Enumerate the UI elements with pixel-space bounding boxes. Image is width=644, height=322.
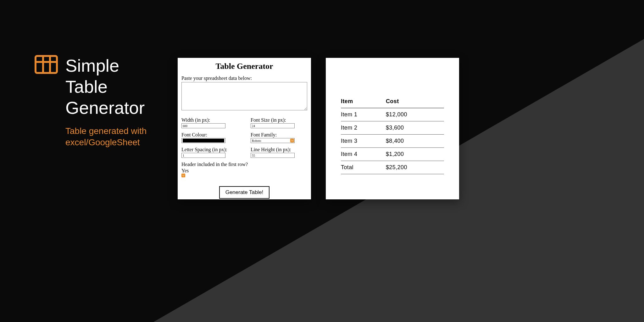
letterspacing-input[interactable]: 1 [181, 153, 225, 158]
chevron-down-icon [290, 139, 294, 142]
fontsize-input[interactable]: 24 [251, 123, 295, 128]
hero-subtitle: Table generated with excel/GoogleSheet [65, 125, 147, 148]
output-panel: Item Cost Item 1 $12,000 Item 2 $3,600 I… [326, 58, 459, 199]
paste-label: Paste your spreadsheet data below: [181, 75, 307, 81]
lineheight-label: Line Height (in px): [251, 147, 307, 153]
table-header: Cost [386, 97, 444, 108]
table-row: Item 3 $8,400 [341, 135, 444, 148]
fontfamily-select[interactable]: Roboto [251, 138, 295, 143]
table-row: Item 1 $12,000 [341, 108, 444, 121]
hero-section: Simple Table Generator Table generated w… [35, 55, 147, 148]
chevron-down-icon [181, 174, 185, 177]
output-table: Item Cost Item 1 $12,000 Item 2 $3,600 I… [341, 97, 444, 174]
hero-title: Simple Table Generator [65, 55, 147, 119]
table-row: Item 4 $1,200 [341, 148, 444, 161]
spreadsheet-data-input[interactable] [181, 82, 307, 110]
generate-table-button[interactable]: Generate Table! [219, 186, 270, 199]
headerincluded-select[interactable]: Yes [181, 168, 307, 177]
width-input[interactable]: 600 [181, 123, 225, 128]
table-header: Item [341, 97, 386, 108]
colour-swatch [183, 139, 224, 142]
lineheight-input[interactable]: 55 [251, 153, 295, 158]
table-icon [35, 55, 58, 148]
fontfamily-label: Font Family: [251, 132, 307, 138]
width-label: Width (in px): [181, 117, 238, 123]
letterspacing-label: Letter Spacing (in px): [181, 147, 238, 153]
fontcolour-input[interactable] [181, 138, 225, 143]
fontsize-label: Font Size (in px): [251, 117, 307, 123]
headerincluded-label: Header included in the first row? [181, 162, 307, 167]
generator-form-panel: Table Generator Paste your spreadsheet d… [178, 58, 311, 199]
fontcolour-label: Font Colour: [181, 132, 238, 138]
form-heading: Table Generator [181, 62, 307, 71]
svg-rect-0 [36, 56, 57, 73]
table-row: Total $25,200 [341, 161, 444, 174]
table-row: Item 2 $3,600 [341, 121, 444, 135]
